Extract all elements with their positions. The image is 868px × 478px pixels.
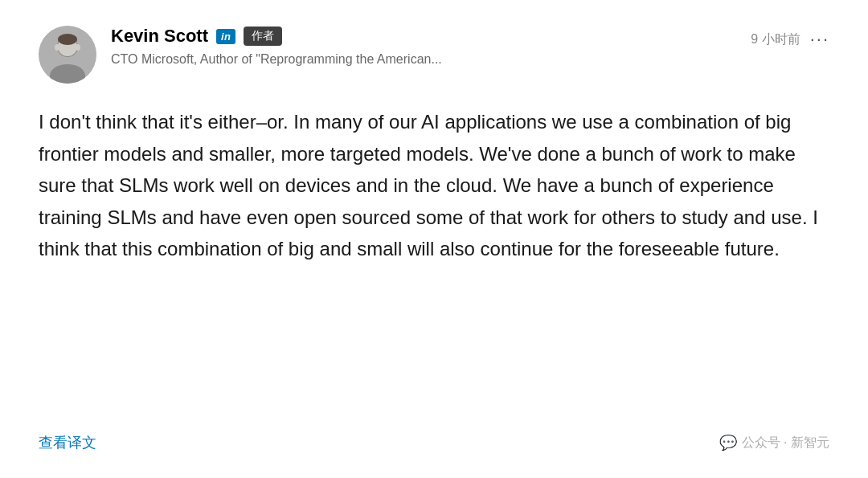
- avatar[interactable]: [39, 26, 96, 84]
- linkedin-badge[interactable]: in: [216, 29, 235, 44]
- svg-point-6: [76, 44, 80, 51]
- user-info-section: Kevin Scott in 作者 CTO Microsoft, Author …: [39, 26, 442, 84]
- translate-link[interactable]: 查看译文: [39, 433, 96, 452]
- more-options-button[interactable]: ···: [810, 29, 829, 50]
- wechat-credit-text: 公众号 · 新智元: [742, 435, 829, 451]
- post-footer: 查看译文 💬 公众号 · 新智元: [39, 433, 829, 452]
- wechat-icon: 💬: [719, 434, 737, 451]
- author-badge: 作者: [244, 27, 282, 46]
- wechat-credit: 💬 公众号 · 新智元: [719, 434, 829, 451]
- post-time: 9 小时前: [751, 31, 800, 48]
- svg-point-5: [55, 44, 59, 51]
- post-header: Kevin Scott in 作者 CTO Microsoft, Author …: [39, 26, 829, 84]
- user-name[interactable]: Kevin Scott: [111, 26, 208, 47]
- post-card: Kevin Scott in 作者 CTO Microsoft, Author …: [0, 0, 868, 478]
- name-row: Kevin Scott in 作者: [111, 26, 442, 47]
- post-meta: 9 小时前 ···: [751, 26, 829, 50]
- user-details: Kevin Scott in 作者 CTO Microsoft, Author …: [111, 26, 442, 69]
- svg-point-4: [58, 34, 77, 45]
- post-body: I don't think that it's either–or. In ma…: [39, 106, 829, 414]
- user-title: CTO Microsoft, Author of "Reprogramming …: [111, 51, 442, 68]
